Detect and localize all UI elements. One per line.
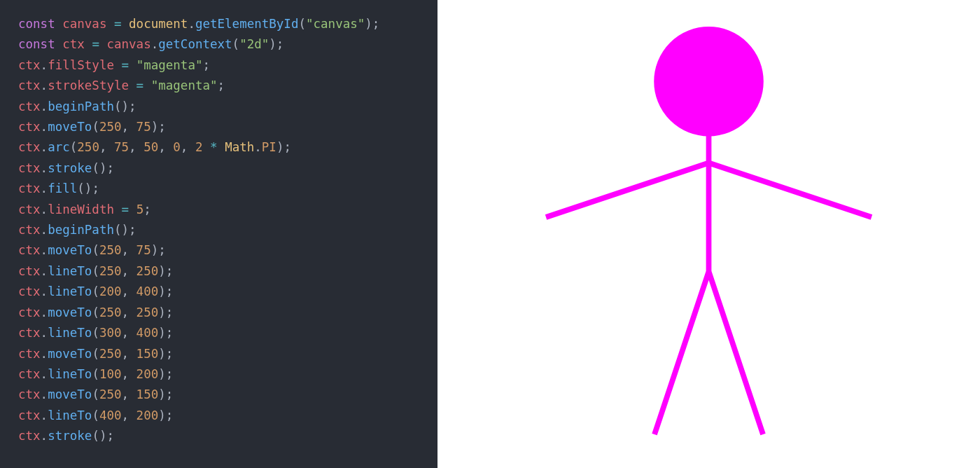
code-token: , xyxy=(122,347,136,361)
code-token: ( xyxy=(298,17,306,31)
code-token: "2d" xyxy=(239,37,269,51)
stick-figure-canvas xyxy=(438,0,980,467)
code-token: 0 xyxy=(173,140,181,154)
code-token: lineTo xyxy=(48,367,92,381)
code-token: ); xyxy=(151,243,166,257)
code-token: ( xyxy=(92,387,99,401)
code-token: . xyxy=(41,408,48,422)
code-token: ); xyxy=(158,305,173,319)
code-token: ( xyxy=(92,305,99,319)
code-token: ( xyxy=(92,347,99,361)
code-token xyxy=(114,58,122,72)
code-token: ctx xyxy=(18,161,41,175)
code-token: lineWidth xyxy=(48,202,114,216)
code-token: moveTo xyxy=(48,387,92,401)
code-token: ctx xyxy=(62,37,85,51)
code-token: ( xyxy=(92,326,99,340)
code-token: "canvas" xyxy=(306,17,365,31)
code-token: (); xyxy=(114,99,136,113)
code-token xyxy=(129,202,136,216)
code-token: ctx xyxy=(18,202,41,216)
code-token: ctx xyxy=(18,243,41,257)
code-line: ctx.lineTo(300, 400); xyxy=(18,323,419,343)
code-token: fillStyle xyxy=(48,58,114,72)
code-token: ctx xyxy=(18,305,41,319)
code-line: ctx.moveTo(250, 250); xyxy=(18,303,419,323)
code-token: 200 xyxy=(136,367,159,381)
code-token: ); xyxy=(158,284,173,298)
code-token: (); xyxy=(114,223,136,237)
code-token: , xyxy=(99,140,114,154)
code-token: 400 xyxy=(136,284,159,298)
code-token: . xyxy=(254,140,262,154)
code-token: 250 xyxy=(77,140,99,154)
code-line: const canvas = document.getElementById("… xyxy=(18,14,419,34)
code-token: . xyxy=(41,326,48,340)
code-token: ( xyxy=(92,408,99,422)
code-token: 5 xyxy=(136,202,144,216)
code-token: , xyxy=(181,140,195,154)
code-token: * xyxy=(210,140,218,154)
code-token: , xyxy=(158,140,173,154)
code-token: lineTo xyxy=(48,326,92,340)
code-token: ctx xyxy=(18,408,41,422)
code-token: 250 xyxy=(99,347,122,361)
code-token: ; xyxy=(144,202,151,216)
code-token: 250 xyxy=(99,243,122,257)
code-token: Math xyxy=(225,140,254,154)
code-token xyxy=(202,140,210,154)
code-token: ctx xyxy=(18,58,41,72)
code-token: . xyxy=(41,58,48,72)
code-token: fill xyxy=(48,181,77,195)
code-token: const xyxy=(18,37,62,51)
code-token: ); xyxy=(365,17,379,31)
code-token: getElementById xyxy=(195,17,299,31)
code-token xyxy=(99,37,107,51)
code-token: "magenta" xyxy=(136,58,203,72)
code-token: ); xyxy=(151,120,166,134)
code-token: 75 xyxy=(136,120,151,134)
code-token: ( xyxy=(92,243,99,257)
code-line: ctx.moveTo(250, 150); xyxy=(18,344,419,364)
code-token: getContext xyxy=(158,37,232,51)
canvas-output-panel xyxy=(438,0,980,468)
code-line: ctx.lineTo(100, 200); xyxy=(18,364,419,385)
code-token: ); xyxy=(158,387,173,401)
code-token xyxy=(218,140,225,154)
code-token: , xyxy=(122,243,136,257)
code-token: ctx xyxy=(18,326,41,340)
code-line: ctx.moveTo(250, 150); xyxy=(18,385,419,405)
code-token xyxy=(144,78,151,92)
code-token: 250 xyxy=(136,305,159,319)
code-token: . xyxy=(41,120,48,134)
code-line: ctx.lineTo(400, 200); xyxy=(18,406,419,426)
code-token: "magenta" xyxy=(151,78,218,92)
code-token: . xyxy=(41,284,48,298)
code-editor-panel: const canvas = document.getElementById("… xyxy=(0,0,438,468)
code-token: . xyxy=(41,387,48,401)
code-token: ctx xyxy=(18,429,41,443)
code-line: ctx.moveTo(250, 75); xyxy=(18,240,419,261)
code-token: beginPath xyxy=(48,99,114,113)
code-token: (); xyxy=(92,429,114,443)
code-token: ctx xyxy=(18,181,41,195)
code-token: 250 xyxy=(136,264,159,278)
code-block: const canvas = document.getElementById("… xyxy=(18,14,419,447)
code-token: canvas xyxy=(62,17,106,31)
code-line: ctx.lineTo(200, 400); xyxy=(18,282,419,302)
code-token: 250 xyxy=(99,305,122,319)
code-token: . xyxy=(41,78,48,92)
code-token: ( xyxy=(92,120,99,134)
code-token: ctx xyxy=(18,120,41,134)
code-token: canvas xyxy=(106,37,150,51)
code-token: moveTo xyxy=(48,305,92,319)
code-token: 250 xyxy=(99,387,122,401)
code-token: ctx xyxy=(18,99,41,113)
code-token: 250 xyxy=(99,264,122,278)
code-line: ctx.beginPath(); xyxy=(18,220,419,240)
code-line: ctx.beginPath(); xyxy=(18,97,419,117)
code-token: ( xyxy=(92,367,99,381)
code-line: ctx.stroke(); xyxy=(18,426,419,446)
code-token: . xyxy=(41,264,48,278)
code-token: PI xyxy=(262,140,276,154)
